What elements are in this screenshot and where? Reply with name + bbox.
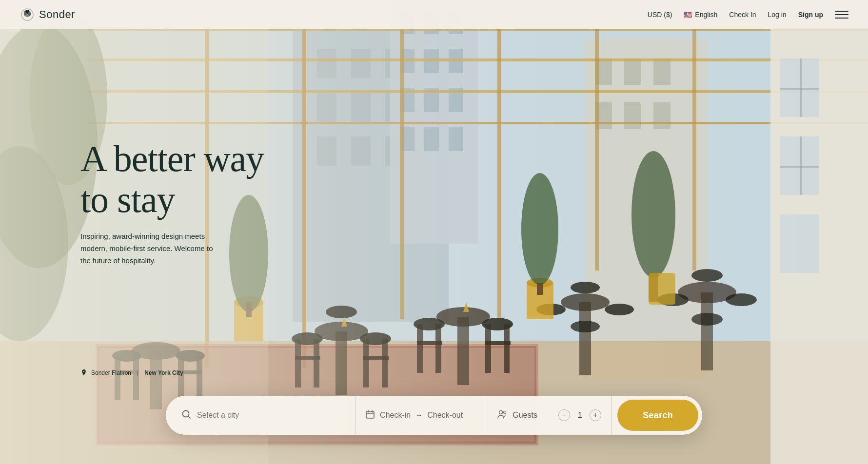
hero-title: A better way to stay: [80, 138, 264, 220]
city-input[interactable]: [197, 411, 345, 420]
hero-title-line2: to stay: [80, 179, 175, 220]
location-pin-icon: [80, 369, 87, 376]
increment-guests-button[interactable]: +: [590, 409, 601, 421]
svg-point-119: [504, 411, 506, 413]
decrement-guests-button[interactable]: −: [558, 409, 570, 421]
hero-subtitle: Inspiring, award-winning design meets mo…: [80, 231, 222, 267]
hero-text-block: A better way to stay Inspiring, award-wi…: [80, 138, 264, 267]
logo-label: Sonder: [39, 8, 75, 21]
guests-field: Guests − 1 +: [487, 396, 612, 435]
menu-line-2: [835, 14, 848, 15]
language-label: English: [695, 11, 717, 19]
language-selector[interactable]: 🇺🇸 English: [684, 11, 717, 19]
svg-line-113: [188, 416, 190, 418]
nav-right: USD ($) 🇺🇸 English Check In Log in Sign …: [648, 8, 848, 21]
checkin-field[interactable]: Check-in → Check-out: [355, 396, 487, 435]
svg-rect-114: [366, 411, 374, 418]
photo-divider: |: [137, 369, 138, 376]
navbar: Sonder USD ($) 🇺🇸 English Check In Log i…: [0, 0, 868, 29]
photo-location-city: New York City: [144, 369, 183, 376]
city-field[interactable]: [178, 396, 355, 435]
checkout-label: Check-out: [427, 411, 463, 420]
guests-icon: [497, 409, 508, 422]
flag-icon: 🇺🇸: [684, 11, 692, 19]
guests-label: Guests: [513, 411, 537, 420]
guest-count: 1: [575, 411, 585, 420]
logo[interactable]: Sonder: [20, 7, 75, 22]
photo-credit: Sonder Flatiron | New York City: [80, 369, 183, 376]
arrow-right-icon: →: [415, 411, 422, 419]
svg-point-118: [499, 410, 503, 414]
check-in-link[interactable]: Check In: [729, 11, 756, 19]
hero-title-line1: A better way: [80, 138, 264, 179]
hero-section: A better way to stay Inspiring, award-wi…: [0, 0, 868, 464]
guests-counter: − 1 +: [558, 409, 601, 421]
search-icon: [181, 409, 191, 422]
log-in-link[interactable]: Log in: [768, 11, 787, 19]
calendar-icon: [365, 409, 375, 422]
search-button[interactable]: Search: [617, 400, 698, 431]
logo-icon: [20, 7, 35, 22]
sign-up-link[interactable]: Sign up: [798, 11, 823, 19]
menu-line-3: [835, 18, 848, 19]
currency-selector[interactable]: USD ($): [648, 11, 672, 19]
hamburger-menu[interactable]: [835, 8, 848, 21]
photo-location-name: Sonder Flatiron: [91, 369, 131, 376]
menu-line-1: [835, 11, 848, 12]
checkin-label: Check-in: [380, 411, 411, 420]
search-bar: Check-in → Check-out Guests − 1 + Sea: [166, 396, 702, 435]
